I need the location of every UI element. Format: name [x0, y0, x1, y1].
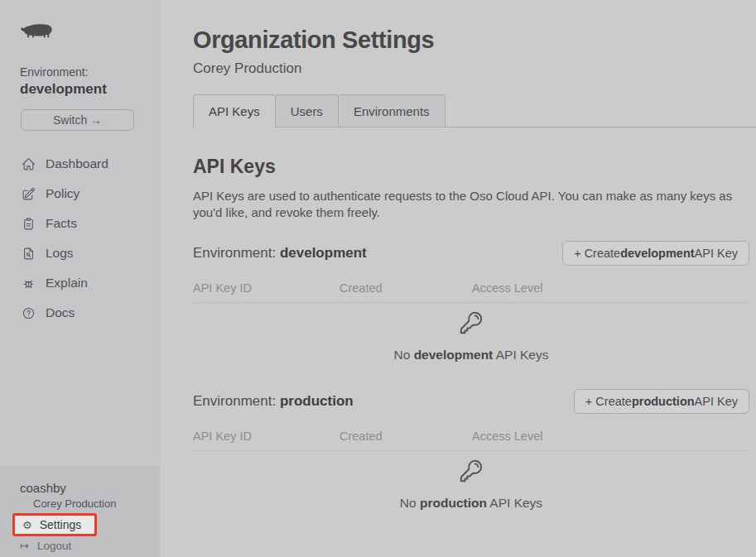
bug-icon: [22, 276, 36, 291]
organization-name: Corey Production: [33, 497, 116, 510]
column-api-key-id: API Key ID: [193, 281, 339, 295]
username: coashby: [20, 481, 66, 495]
pencil-square-icon: [22, 187, 36, 201]
logout-label: Logout: [37, 540, 71, 552]
env-development-heading: Environment: development: [193, 245, 367, 262]
tab-environments[interactable]: Environments: [338, 94, 445, 127]
page-title: Organization Settings: [193, 26, 434, 54]
sidebar-item-policy[interactable]: Policy: [0, 179, 160, 209]
sidebar-item-label: Policy: [46, 186, 79, 201]
home-icon: [22, 157, 36, 171]
sidebar-item-explain[interactable]: Explain: [0, 268, 160, 298]
key-icon: [459, 459, 484, 483]
column-created: Created: [339, 430, 472, 443]
column-created: Created: [339, 281, 472, 295]
create-production-api-key-button[interactable]: + Create production API Key: [574, 389, 749, 414]
tab-api-keys[interactable]: API Keys: [193, 94, 276, 127]
settings-annotation-box: ⚙ Settings: [12, 513, 97, 536]
settings-button[interactable]: ⚙ Settings: [12, 513, 97, 536]
sidebar-footer: coashby Corey Production ⚙ Settings ↦ Lo…: [0, 466, 160, 557]
sidebar-item-label: Logs: [46, 246, 74, 261]
logout-icon: ↦: [20, 540, 29, 551]
sidebar-item-logs[interactable]: Logs: [0, 238, 160, 268]
development-empty-text: No development API Keys: [193, 348, 749, 363]
sidebar-item-dashboard[interactable]: Dashboard: [0, 149, 160, 179]
logout-button[interactable]: ↦ Logout: [20, 540, 71, 552]
sidebar-item-label: Facts: [46, 216, 77, 231]
development-table-header: API Key ID Created Access Level: [193, 281, 749, 303]
tab-bar: API Keys Users Environments: [193, 94, 445, 127]
sidebar-item-docs[interactable]: Docs: [0, 298, 160, 328]
production-table-header: API Key ID Created Access Level: [193, 430, 749, 451]
column-access-level: Access Level: [472, 430, 749, 443]
app-window: Environment: development Switch → Dashbo…: [0, 0, 756, 557]
page-subtitle: Corey Production: [193, 60, 301, 77]
oso-bear-logo: [20, 20, 53, 41]
production-empty-state: No production API Keys: [193, 459, 749, 511]
sidebar: Environment: development Switch → Dashbo…: [0, 0, 160, 557]
question-circle-icon: [22, 306, 36, 320]
sidebar-item-label: Docs: [46, 305, 75, 320]
development-empty-state: No development API Keys: [193, 310, 749, 363]
sidebar-nav: Dashboard Policy Facts Logs Explain Docs: [0, 149, 160, 328]
settings-label: Settings: [40, 518, 82, 531]
key-icon: [459, 310, 484, 335]
tab-users[interactable]: Users: [275, 94, 339, 127]
main-content: Organization Settings Corey Production A…: [160, 0, 756, 557]
create-development-api-key-button[interactable]: + Create development API Key: [562, 241, 749, 266]
api-keys-heading: API Keys: [193, 156, 276, 178]
column-access-level: Access Level: [472, 281, 749, 295]
sidebar-item-facts[interactable]: Facts: [0, 209, 160, 238]
api-keys-description: API Keys are used to authenticate reques…: [193, 188, 748, 221]
gear-icon: ⚙: [22, 520, 32, 531]
environment-value: development: [20, 81, 107, 98]
column-api-key-id: API Key ID: [193, 430, 339, 443]
clipboard-icon: [22, 217, 36, 231]
sidebar-item-label: Dashboard: [46, 156, 108, 171]
environment-label: Environment:: [20, 65, 88, 79]
env-production-heading: Environment: production: [193, 393, 354, 410]
switch-environment-button[interactable]: Switch →: [21, 109, 134, 131]
production-empty-text: No production API Keys: [193, 496, 749, 511]
document-search-icon: [22, 247, 36, 261]
sidebar-item-label: Explain: [46, 276, 88, 291]
